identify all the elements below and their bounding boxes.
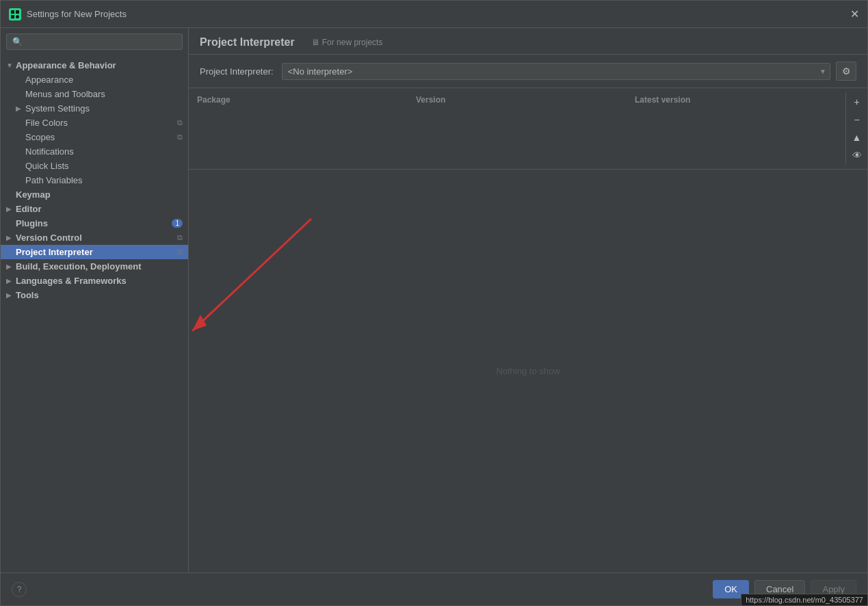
- sidebar-item-build-execution[interactable]: Build, Execution, Deployment: [1, 259, 188, 274]
- arrow-icon: [6, 234, 16, 241]
- sidebar-item-path-variables[interactable]: Path Variables: [1, 173, 188, 187]
- sidebar-item-label: Editor: [16, 204, 42, 214]
- arrow-icon: [6, 62, 16, 69]
- sidebar-item-appearance-behavior[interactable]: Appearance & Behavior: [1, 58, 188, 73]
- close-button[interactable]: ✕: [850, 9, 859, 20]
- interpreter-select-wrapper: <No interpreter> ▼: [282, 63, 830, 80]
- sidebar-item-menus-toolbars[interactable]: Menus and Toolbars: [1, 87, 188, 101]
- sidebar-item-label: Path Variables: [25, 175, 83, 185]
- svg-point-4: [16, 15, 19, 18]
- sidebar-item-system-settings[interactable]: System Settings: [1, 101, 188, 116]
- copy-icon: ⧉: [177, 248, 183, 256]
- url-tooltip: https://blog.csdn.net/m0_43505377: [741, 594, 867, 605]
- right-panel: Project Interpreter 🖥 For new projects P…: [189, 28, 867, 572]
- copy-icon: ⧉: [177, 233, 183, 242]
- copy-icon: ⧉: [177, 133, 183, 142]
- sidebar-item-project-interpreter[interactable]: Project Interpreter⧉: [1, 245, 188, 259]
- sidebar-item-label: Build, Execution, Deployment: [16, 261, 141, 272]
- remove-package-button[interactable]: −: [848, 111, 866, 128]
- column-version: Version: [408, 92, 627, 107]
- sidebar-item-label: Quick Lists: [25, 161, 69, 171]
- sidebar-item-tools[interactable]: Tools: [1, 288, 188, 302]
- sidebar-item-scopes[interactable]: Scopes⧉: [1, 130, 188, 144]
- sidebar-item-label: Tools: [16, 290, 39, 300]
- arrow-icon: [6, 291, 16, 299]
- packages-area: Package Version Latest version + − ▲ 👁: [189, 88, 867, 572]
- footer: ? OK Cancel Apply https://blog.csdn.net/…: [1, 572, 867, 605]
- sidebar-item-file-colors[interactable]: File Colors⧉: [1, 116, 188, 130]
- dialog-title: Settings for New Projects: [27, 9, 127, 19]
- subtitle-icon: 🖥: [311, 38, 319, 47]
- show-details-button[interactable]: 👁: [848, 147, 866, 163]
- right-panel-header: Project Interpreter 🖥 For new projects: [189, 28, 867, 55]
- sidebar-item-version-control[interactable]: Version Control⧉: [1, 230, 188, 245]
- arrow-icon: [16, 105, 25, 112]
- arrow-icon: [6, 263, 16, 270]
- title-bar: Settings for New Projects ✕: [1, 1, 867, 28]
- sidebar-item-label: Keymap: [16, 189, 51, 200]
- help-button[interactable]: ?: [12, 582, 27, 597]
- sidebar-item-plugins[interactable]: Plugins1: [1, 216, 188, 230]
- interpreter-settings-button[interactable]: ⚙: [836, 62, 856, 81]
- search-input[interactable]: [6, 34, 183, 50]
- sidebar-item-label: Plugins: [16, 218, 48, 228]
- badge: 1: [172, 219, 183, 228]
- main-content: Appearance & BehaviorAppearanceMenus and…: [1, 28, 867, 572]
- panel-subtitle: 🖥 For new projects: [311, 38, 383, 47]
- sidebar-item-label: System Settings: [25, 103, 90, 114]
- settings-dialog: Settings for New Projects ✕ Appearance &…: [0, 0, 868, 606]
- arrow-icon: [6, 277, 16, 285]
- app-icon: [9, 8, 21, 21]
- sidebar-item-languages-frameworks[interactable]: Languages & Frameworks: [1, 274, 188, 288]
- packages-table-body: Nothing to show: [189, 170, 867, 572]
- arrow-icon: [6, 205, 16, 213]
- svg-rect-3: [11, 15, 14, 18]
- sidebar-item-label: Appearance: [25, 75, 73, 85]
- sidebar: Appearance & BehaviorAppearanceMenus and…: [1, 28, 189, 572]
- sidebar-tree: Appearance & BehaviorAppearanceMenus and…: [1, 55, 188, 305]
- empty-state-text: Nothing to show: [496, 366, 560, 376]
- subtitle-text: For new projects: [322, 38, 383, 47]
- packages-table-header: Package Version Latest version + − ▲ 👁: [189, 88, 867, 170]
- sidebar-item-label: Menus and Toolbars: [25, 89, 105, 99]
- panel-title: Project Interpreter: [200, 36, 295, 49]
- svg-rect-2: [16, 10, 19, 14]
- sidebar-item-label: Languages & Frameworks: [16, 276, 127, 286]
- sidebar-item-keymap[interactable]: Keymap: [1, 187, 188, 202]
- svg-rect-1: [11, 10, 14, 14]
- interpreter-select[interactable]: <No interpreter>: [282, 63, 830, 80]
- interpreter-row: Project Interpreter: <No interpreter> ▼ …: [189, 55, 867, 88]
- sidebar-item-label: Appearance & Behavior: [16, 60, 116, 70]
- sidebar-item-notifications[interactable]: Notifications: [1, 144, 188, 159]
- sidebar-item-label: Version Control: [16, 233, 82, 243]
- sidebar-item-appearance[interactable]: Appearance: [1, 73, 188, 87]
- sidebar-item-quick-lists[interactable]: Quick Lists: [1, 159, 188, 173]
- sidebar-item-label: Notifications: [25, 146, 74, 157]
- column-latest: Latest version: [627, 92, 845, 107]
- interpreter-label: Project Interpreter:: [200, 66, 274, 77]
- svg-line-6: [192, 219, 311, 331]
- packages-table-header-row: Package Version Latest version + − ▲ 👁: [189, 92, 867, 165]
- sidebar-item-label: Scopes: [25, 132, 55, 142]
- sidebar-item-label: Project Interpreter: [16, 247, 93, 257]
- add-package-button[interactable]: +: [848, 94, 866, 110]
- sidebar-item-editor[interactable]: Editor: [1, 202, 188, 216]
- copy-icon: ⧉: [177, 118, 183, 127]
- sidebar-item-label: File Colors: [25, 118, 68, 128]
- column-package: Package: [189, 92, 408, 107]
- svg-rect-0: [9, 8, 21, 21]
- scroll-up-button[interactable]: ▲: [848, 129, 866, 146]
